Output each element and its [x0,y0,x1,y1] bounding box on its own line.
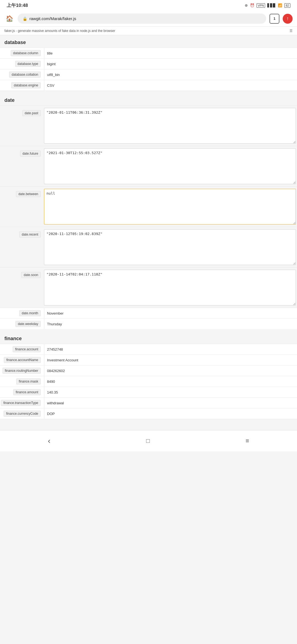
date-recent-textarea[interactable]: "2020-11-12T05:19:02.839Z" [44,229,296,265]
table-row: finance.amount 140.35 [0,387,297,397]
menu-icon: ☰ [290,29,293,33]
table-row: database.type bigint [0,58,297,69]
date-future-textarea[interactable]: "2021-01-30T12:55:03.527Z" [44,148,296,184]
label-date-month: date.month [19,310,41,316]
table-row: finance.currencyCode DOP [0,408,297,419]
date-future-row: date.future "2021-01-30T12:55:03.527Z" [0,146,297,186]
label-date-recent: date.recent [19,231,41,238]
alarm-icon: ⏰ [250,3,254,7]
table-row: date.month November [0,308,297,318]
home-square-icon: □ [146,437,150,444]
signal-icon: ▋▊▉ [267,3,276,7]
table-row: finance.account 27452748 [0,344,297,354]
hamburger-icon: ≡ [246,437,249,444]
date-past-textarea[interactable]: "2020-01-11T06:36:31.392Z" [44,108,296,144]
value-date-month: November [44,308,297,318]
table-row: date.weekday Thursday [0,318,297,329]
date-section-header: date [0,93,297,105]
menu-button[interactable]: ≡ [239,435,256,447]
status-icons: ⊛ ⏰ VPN ▋▊▉ 📶 82 [245,3,290,8]
finance-rows: finance.account 27452748 finance.account… [0,344,297,419]
label-finance-currencycode: finance.currencyCode [4,411,41,417]
value-finance-amount: 140.35 [44,387,297,397]
lock-icon: 🔒 [23,17,27,21]
home-nav-button[interactable]: □ [140,435,156,447]
value-finance-routingnumber: 084262602 [44,365,297,376]
label-date-future: date.future [20,151,41,157]
value-database-type: bigint [44,59,297,69]
date-recent-row: date.recent "2020-11-12T05:19:02.839Z" [0,227,297,267]
label-date-soon: date.soon [21,272,41,278]
wifi-icon: 📶 [278,3,282,7]
table-row: finance.routingNumber 084262602 [0,365,297,376]
label-database-column: database.column [11,50,41,56]
browser-chrome: 🏠 🔒 rawgit.com/Marak/faker.js 1 ↑ [0,11,297,27]
label-database-collation: database.collation [9,72,41,78]
value-finance-transactiontype: withdrawal [44,398,297,408]
bluetooth-icon: ⊛ [245,3,248,7]
label-finance-accountname: finance.accountName [4,357,41,363]
url-bar[interactable]: 🔒 rawgit.com/Marak/faker.js [18,13,266,24]
vpn-badge: VPN [257,3,265,8]
label-finance-transactiontype: finance.transactionType [1,400,41,406]
status-bar: 上午10:48 ⊛ ⏰ VPN ▋▊▉ 📶 82 [0,0,297,11]
page-description: faker.js - generate massive amounts of f… [4,29,115,33]
label-finance-amount: finance.amount [13,389,41,395]
label-database-type: database.type [15,61,41,67]
table-row: database.collation utf8_bin [0,69,297,80]
value-database-collation: utf8_bin [44,69,297,80]
date-past-row: date.past "2020-01-11T06:36:31.392Z" [0,105,297,146]
table-row: finance.transactionType withdrawal [0,397,297,408]
page-info-bar: faker.js - generate massive amounts of f… [0,27,297,35]
finance-section-header: finance [0,331,297,344]
database-section-header: database [0,35,297,48]
value-finance-mask: 8490 [44,376,297,387]
tab-count-button[interactable]: 1 [270,14,279,24]
label-finance-routingnumber: finance.routingNumber [2,368,41,374]
home-icon: 🏠 [6,15,13,22]
label-finance-mask: finance.mask [16,378,41,384]
date-between-textarea[interactable]: null [44,189,296,225]
label-finance-account: finance.account [13,346,41,352]
browser-action-button[interactable]: ↑ [283,14,293,24]
table-row: finance.accountName Investment Account [0,354,297,365]
table-row: finance.mask 8490 [0,376,297,387]
value-database-column: title [44,48,297,58]
table-row: database.column title [0,48,297,58]
upload-icon: ↑ [287,16,289,21]
value-finance-accountname: Investment Account [44,355,297,365]
value-date-weekday: Thursday [44,319,297,329]
database-rows: database.column title database.type bigi… [0,48,297,91]
value-database-engine: CSV [44,80,297,91]
date-between-row: date.between null [0,186,297,227]
bottom-nav: ‹ □ ≡ [0,430,297,451]
url-text: rawgit.com/Marak/faker.js [29,16,261,21]
battery-icon: 82 [284,3,290,8]
table-row: database.engine CSV [0,80,297,91]
back-icon: ‹ [48,436,50,445]
value-finance-account: 27452748 [44,344,297,354]
value-finance-currencycode: DOP [44,408,297,419]
label-date-between: date.between [16,191,41,197]
label-date-weekday: date.weekday [15,321,41,327]
back-button[interactable]: ‹ [41,434,57,447]
label-date-past: date.past [22,110,41,116]
status-time: 上午10:48 [7,2,28,9]
home-button[interactable]: 🏠 [4,14,14,24]
date-soon-textarea[interactable]: "2020-11-14T02:04:17.118Z" [44,270,296,305]
date-soon-row: date.soon "2020-11-14T02:04:17.118Z" [0,267,297,308]
main-content: database database.column title database.… [0,35,297,430]
label-database-engine: database.engine [11,82,41,88]
